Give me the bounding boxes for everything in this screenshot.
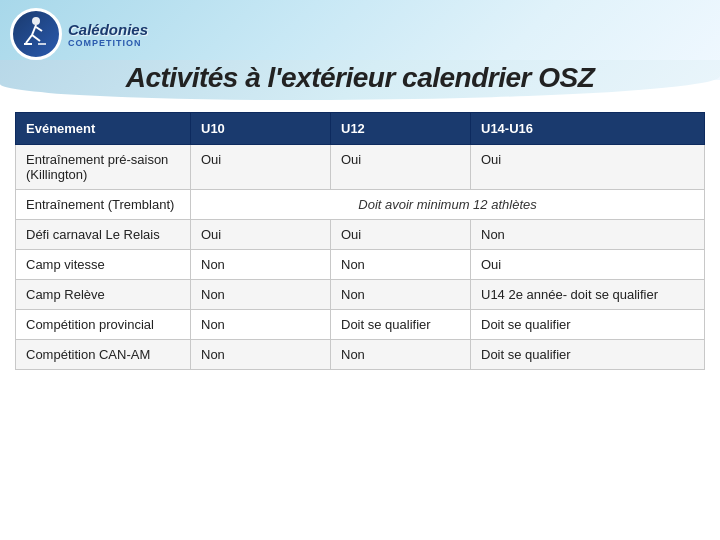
table-header-row: Evénement U10 U12 U14-U16 [16,113,705,145]
svg-line-2 [26,35,32,43]
cell-event: Camp vitesse [16,250,191,280]
cell-event: Compétition CAN-AM [16,340,191,370]
cell-u10: Non [191,250,331,280]
table-row: Camp RelèveNonNonU14 2e année- doit se q… [16,280,705,310]
logo-subtitle: COMPETITION [68,38,148,48]
cell-u12: Doit se qualifier [331,310,471,340]
svg-line-3 [32,35,40,41]
cell-event: Compétition provincial [16,310,191,340]
logo-circle [10,8,62,60]
cell-u14u16: Doit se qualifier [471,310,705,340]
table-row: Compétition CAN-AMNonNonDoit se qualifie… [16,340,705,370]
col-header-u14u16: U14-U16 [471,113,705,145]
col-header-u10: U10 [191,113,331,145]
cell-event: Défi carnaval Le Relais [16,220,191,250]
cell-u12: Non [331,250,471,280]
cell-u14u16: U14 2e année- doit se qualifier [471,280,705,310]
table-row: Entraînement pré-saison (Killington)OuiO… [16,145,705,190]
cell-u10: Oui [191,220,331,250]
table-row: Défi carnaval Le RelaisOuiOuiNon [16,220,705,250]
cell-event: Camp Relève [16,280,191,310]
main-table-container: Evénement U10 U12 U14-U16 Entraînement p… [15,112,705,370]
col-header-u12: U12 [331,113,471,145]
table-row: Compétition provincialNonDoit se qualifi… [16,310,705,340]
cell-u12: Non [331,340,471,370]
table-row: Entraînement (Tremblant)Doit avoir minim… [16,190,705,220]
cell-u10: Non [191,310,331,340]
svg-line-4 [36,27,42,31]
cell-u12: Oui [331,145,471,190]
cell-u10: Non [191,280,331,310]
cell-event: Entraînement pré-saison (Killington) [16,145,191,190]
cell-u12: Oui [331,220,471,250]
table-row: Camp vitesseNonNonOui [16,250,705,280]
cell-u14u16: Oui [471,250,705,280]
cell-event: Entraînement (Tremblant) [16,190,191,220]
page-title-area: Activités à l'extérieur calendrier OSZ [0,62,720,94]
cell-u14u16: Doit se qualifier [471,340,705,370]
cell-u10: Oui [191,145,331,190]
cell-u10: Non [191,340,331,370]
page-title: Activités à l'extérieur calendrier OSZ [20,62,700,94]
cell-u14u16: Non [471,220,705,250]
logo-icon [16,13,56,55]
svg-point-0 [32,17,40,25]
cell-u14u16: Oui [471,145,705,190]
logo-name: Calédonies [68,21,148,38]
logo-text: Calédonies COMPETITION [68,21,148,48]
svg-line-1 [32,25,36,35]
cell-colspan: Doit avoir minimum 12 athlètes [191,190,705,220]
activities-table: Evénement U10 U12 U14-U16 Entraînement p… [15,112,705,370]
logo-area: Calédonies COMPETITION [10,8,148,60]
cell-u12: Non [331,280,471,310]
col-header-event: Evénement [16,113,191,145]
